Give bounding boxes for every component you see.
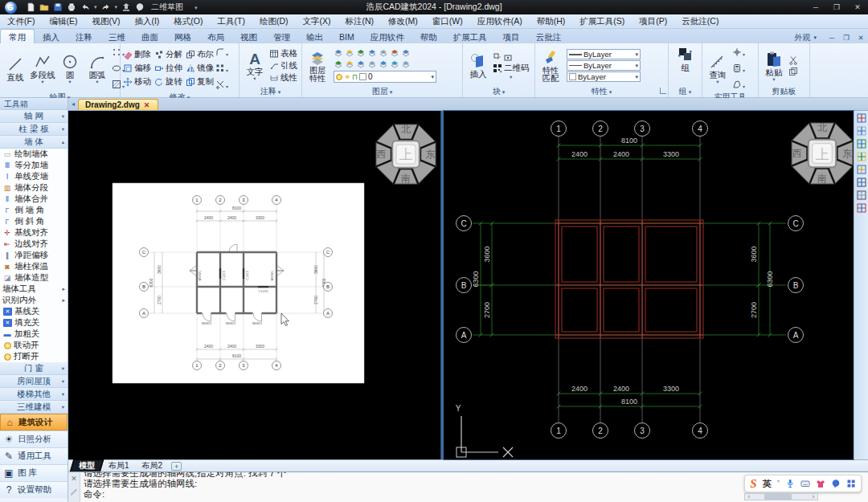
sidebar-item-linkage-on[interactable]: 联动开 xyxy=(0,340,68,351)
redo-dropdown-icon[interactable]: ▾ xyxy=(115,4,118,10)
sidebar-item-wall-segment[interactable]: ▥墙体分段 xyxy=(0,182,68,194)
layer-select[interactable]: ☀ ⊓ 0 ▾ xyxy=(334,71,436,83)
measure-dropdown-icon[interactable] xyxy=(716,80,719,84)
axis-tool-icon-4[interactable] xyxy=(857,165,866,174)
ribbon-tab-12[interactable]: 帮助 xyxy=(412,30,445,43)
appearance-dropdown-icon[interactable]: ▾ xyxy=(813,35,817,41)
menu-item-14[interactable]: 项目(P) xyxy=(632,14,674,28)
layer-tool-icon-3[interactable] xyxy=(367,48,377,58)
layer-tool-icon-12[interactable] xyxy=(390,59,399,69)
measure-button[interactable]: 查询 xyxy=(705,52,731,84)
ribbon-tab-6[interactable]: 布局 xyxy=(199,30,232,43)
sogou-logo-icon[interactable]: S xyxy=(750,477,756,491)
scrollbar-thumb[interactable] xyxy=(764,494,792,500)
axis-tool-icon-3[interactable] xyxy=(857,152,866,161)
block-attrib-icon[interactable] xyxy=(503,52,513,62)
copy-button[interactable]: 复制 xyxy=(186,76,214,88)
menu-item-6[interactable]: 绘图(D) xyxy=(252,14,296,28)
panel-label-annotate[interactable]: 注释 xyxy=(240,86,301,97)
qrcode-button[interactable]: 二维码 xyxy=(493,63,530,74)
qrcode-dropdown-icon[interactable] xyxy=(510,75,512,79)
circle-dropdown-icon[interactable] xyxy=(68,80,71,84)
ime-language-toggle[interactable]: 英 xyxy=(763,478,772,490)
circle-button[interactable]: 圆 xyxy=(57,52,83,84)
sidebar-item-wall-modeling[interactable]: ◪墙体造型 xyxy=(0,272,68,284)
toolbox-grid-icon[interactable] xyxy=(846,479,856,488)
sidebar-item-wall-column-insulation[interactable]: ◙墙柱保温 xyxy=(0,261,68,272)
layer-tool-icon-1[interactable] xyxy=(345,48,354,58)
axis-tool-icon-7[interactable] xyxy=(857,203,866,213)
layer-tool-icon-13[interactable] xyxy=(401,59,411,69)
sidebar-module-building-design[interactable]: ⌂建筑设计 xyxy=(0,414,68,431)
sidebar-group-door-window[interactable]: 门 窗▾ xyxy=(0,362,68,375)
paste-button[interactable]: 粘贴 xyxy=(761,50,787,82)
layer-properties-button[interactable]: 图层 特性 xyxy=(305,48,330,84)
ribbon-tab-3[interactable]: 三维 xyxy=(100,30,133,43)
layer-tool-icon-2[interactable] xyxy=(356,48,366,58)
rotate-button[interactable]: 旋转 xyxy=(154,76,182,88)
undo-dropdown-icon[interactable]: ▾ xyxy=(94,4,97,10)
menu-item-3[interactable]: 插入(I) xyxy=(127,14,166,28)
skin-icon[interactable] xyxy=(816,479,825,488)
menu-item-0[interactable]: 文件(F) xyxy=(0,14,42,28)
leader-button[interactable]: 引线 xyxy=(269,60,297,71)
area-icon[interactable] xyxy=(732,80,742,89)
command-window[interactable]: ✕ 请选择需要生成墙的轴网线;指定对角点: 找到 7 个请选择需要生成墙的轴网线… xyxy=(68,471,868,502)
sidebar-module-settings-help[interactable]: ?设置帮助 xyxy=(0,481,68,498)
sidebar-group-three-d-modeling[interactable]: 三维建模▾ xyxy=(0,401,68,414)
sidebar-item-wall-tools[interactable]: 墙体工具▸ xyxy=(0,284,68,295)
lineweight-select[interactable]: ByLayer▾ xyxy=(567,49,641,59)
undo-icon[interactable] xyxy=(80,2,90,12)
ribbon-tab-1[interactable]: 插入 xyxy=(35,30,68,43)
sidebar-item-fillet-wall-corner[interactable]: Γ倒 墙 角 xyxy=(0,205,68,216)
ribbon-tab-8[interactable]: 管理 xyxy=(265,30,298,43)
sidebar-item-baseline-align[interactable]: ✛基线对齐 xyxy=(0,227,68,239)
copy-clip-icon[interactable] xyxy=(788,67,798,76)
layout-tab-1[interactable]: 布局1 xyxy=(102,460,136,471)
panel-label-group[interactable]: 组 xyxy=(669,86,702,97)
sidebar-item-chamfer-wall-corner[interactable]: Γ倒 斜 角 xyxy=(0,216,68,227)
offset-button[interactable]: 偏移 xyxy=(123,62,151,75)
axis-tool-icon-2[interactable] xyxy=(857,139,866,149)
open-file-icon[interactable] xyxy=(39,2,49,12)
share-icon[interactable] xyxy=(121,2,131,12)
save-icon[interactable] xyxy=(53,2,63,12)
line-button[interactable]: 直线 xyxy=(2,55,28,83)
array-button[interactable] xyxy=(215,61,228,76)
sidebar-item-baseline-off[interactable]: ✕基线关 xyxy=(0,306,68,317)
sidebar-item-bold-off[interactable]: ▬加粗关 xyxy=(0,329,68,340)
match-properties-button[interactable]: 特性 匹配 xyxy=(538,48,563,84)
arc-dropdown-icon[interactable] xyxy=(96,80,98,84)
scroll-right-icon[interactable]: › xyxy=(809,494,817,500)
ribbon-tab-14[interactable]: 项目 xyxy=(495,30,528,43)
ime-punctuation-icon[interactable]: ” xyxy=(777,480,780,488)
command-close-icon[interactable]: ✕ xyxy=(71,475,77,483)
panel-label-clipboard[interactable]: 剪贴板 xyxy=(759,86,809,97)
layer-tool-icon-11[interactable] xyxy=(379,59,388,69)
doc-restore-button[interactable]: ❐ xyxy=(839,34,854,42)
command-scrollbar[interactable]: ‹ › xyxy=(744,493,818,500)
ribbon-tab-7[interactable]: 视图 xyxy=(232,30,265,43)
layer-tool-icon-4[interactable] xyxy=(379,48,388,58)
polyline-button[interactable]: 多段线 xyxy=(30,52,55,84)
sidebar-item-wall-merge[interactable]: Ⅱ墙体合并 xyxy=(0,194,68,205)
layer-tool-icon-5[interactable] xyxy=(390,48,399,58)
sidebar-item-clear-distance-offset[interactable]: ∥净距偏移 xyxy=(0,250,68,261)
sidebar-item-draw-wall[interactable]: ▭绘制墙体 xyxy=(0,149,68,160)
sidebar-item-edge-align[interactable]: ⇤边线对齐 xyxy=(0,239,68,250)
sidebar-item-identify-inside-outside[interactable]: 识别内外▸ xyxy=(0,295,68,306)
panel-label-block[interactable]: 块 xyxy=(463,86,534,97)
redo-icon[interactable] xyxy=(101,2,111,12)
microphone-icon[interactable] xyxy=(785,479,795,488)
polyline-dropdown-icon[interactable] xyxy=(41,80,43,84)
document-tab[interactable]: Drawing2.dwg ✕ xyxy=(78,99,158,110)
doc-minimize-button[interactable]: ─ xyxy=(825,34,839,42)
menu-item-13[interactable]: 扩展工具(S) xyxy=(572,14,632,28)
sidebar-group-axis-grid[interactable]: 轴 网▾ xyxy=(0,110,68,123)
table-button[interactable]: 表格 xyxy=(269,48,297,59)
fillet-button[interactable] xyxy=(215,45,228,59)
document-tab-close-icon[interactable]: ✕ xyxy=(144,101,150,109)
sidebar-item-equal-divide-add-wall[interactable]: Ⅲ等分加墙 xyxy=(0,160,68,171)
linetype-select[interactable]: ByLayer▾ xyxy=(567,60,641,71)
menu-item-11[interactable]: 应用软件(A) xyxy=(470,14,530,28)
